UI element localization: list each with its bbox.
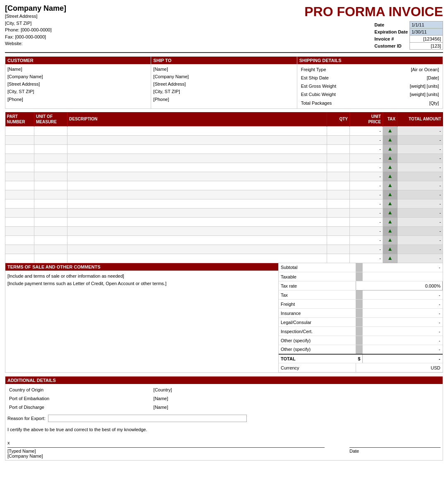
unit-cell [34, 235, 67, 245]
gross-weight-value: [weight] [units] [376, 82, 441, 90]
tax-checkbox-icon[interactable] [385, 192, 395, 197]
insurance-label: Insurance [279, 309, 356, 318]
origin-value: [Country] [152, 386, 224, 394]
additional-table: Country of Origin [Country] Port of Emba… [7, 386, 224, 411]
svg-marker-4 [388, 166, 392, 169]
total-cell: - [397, 181, 443, 190]
qty-cell [327, 245, 350, 254]
tax-icon-cell [383, 190, 397, 199]
tax-checkbox-icon[interactable] [385, 256, 395, 260]
sig-date-line [349, 440, 441, 448]
part-cell [5, 154, 34, 163]
table-row: -- [5, 172, 443, 181]
sig-typed-name: [Typed Name] [7, 449, 325, 454]
total-dollar: $ [356, 354, 363, 363]
desc-cell [67, 254, 327, 263]
tax-rate-value[interactable]: 0.000% [356, 281, 442, 290]
freight-value: - [363, 300, 443, 309]
price-cell: - [350, 254, 383, 263]
part-cell [5, 126, 34, 135]
tax-checkbox-icon[interactable] [385, 211, 395, 215]
page-header: [Company Name] [Street Address] [City, S… [5, 4, 443, 53]
sig-x: x [7, 440, 325, 448]
total-cell: - [397, 217, 443, 226]
currency-value: USD [356, 363, 442, 372]
total-cell: - [397, 154, 443, 163]
freight-total-label: Freight [279, 300, 356, 309]
table-row: -- [5, 217, 443, 226]
customer-street: [Street Address] [7, 80, 149, 88]
price-cell: - [350, 163, 383, 172]
tax-marker [356, 290, 363, 300]
table-row: -- [5, 144, 443, 154]
items-table: PARTNUMBER UNIT OFMEASURE DESCRIPTION QT… [5, 112, 443, 263]
tax-checkbox-icon[interactable] [385, 238, 395, 242]
customer-section: CUSTOMER [Name] [Company Name] [Street A… [5, 57, 151, 108]
tax-checkbox-icon[interactable] [385, 220, 395, 224]
part-cell [5, 217, 34, 226]
svg-marker-11 [388, 229, 392, 233]
insurance-value: - [363, 309, 443, 318]
table-row: -- [5, 208, 443, 217]
desc-cell [67, 154, 327, 163]
total-cell: - [397, 135, 443, 144]
customer-id-value: [123] [410, 43, 443, 50]
table-row: -- [5, 181, 443, 190]
qty-cell [327, 208, 350, 217]
tax-checkbox-icon[interactable] [385, 147, 395, 151]
unit-cell [34, 126, 67, 135]
tax-icon-cell [383, 144, 397, 154]
other1-value: - [363, 336, 443, 345]
ship-date-label: Est Ship Date [299, 74, 376, 82]
cubic-weight-label: Est Cubic Weight [299, 90, 376, 98]
tax-rate-label: Tax rate [279, 281, 356, 290]
unit-cell [34, 163, 67, 172]
svg-marker-2 [388, 147, 392, 151]
tax-checkbox-icon[interactable] [385, 156, 395, 160]
total-label: TOTAL [279, 354, 356, 363]
total-cell: - [397, 163, 443, 172]
unit-cell [34, 245, 67, 254]
total-cell: - [397, 172, 443, 181]
part-cell [5, 226, 34, 235]
price-cell: - [350, 181, 383, 190]
reason-input[interactable] [48, 415, 247, 422]
price-cell: - [350, 226, 383, 235]
tax-checkbox-icon[interactable] [385, 129, 395, 133]
tax-checkbox-icon[interactable] [385, 165, 395, 169]
other2-marker [356, 345, 363, 354]
sig-date-label: Date [349, 449, 441, 454]
tax-checkbox-icon[interactable] [385, 229, 395, 233]
packages-label: Total Packages [299, 99, 376, 107]
qty-cell [327, 126, 350, 135]
subtotal-marker [356, 263, 363, 272]
taxable-value [363, 272, 443, 281]
embarkation-value: [Name] [152, 394, 224, 403]
freight-value: [Air or Ocean] [376, 65, 441, 74]
tax-checkbox-icon[interactable] [385, 247, 395, 251]
tax-checkbox-icon[interactable] [385, 174, 395, 178]
freight-label: Freight Type [299, 65, 376, 74]
tax-label: Tax [279, 290, 356, 300]
taxable-marker [356, 272, 363, 281]
additional-header: ADDITIONAL DETAILS [5, 377, 443, 384]
shipping-details-header: SHIPPING DETAILS [297, 57, 443, 64]
company-name: [Company Name] [5, 4, 66, 13]
tax-icon-cell [383, 208, 397, 217]
svg-marker-0 [388, 129, 392, 132]
tax-checkbox-icon[interactable] [385, 202, 395, 206]
unit-cell [34, 154, 67, 163]
price-cell: - [350, 199, 383, 208]
freight-marker [356, 300, 363, 309]
desc-cell [67, 172, 327, 181]
shipping-details-content: Freight Type [Air or Ocean] Est Ship Dat… [297, 64, 443, 108]
additional-section: ADDITIONAL DETAILS Country of Origin [Co… [5, 376, 443, 461]
price-cell: - [350, 154, 383, 163]
insurance-marker [356, 309, 363, 318]
desc-cell [67, 217, 327, 226]
tax-icon-cell [383, 172, 397, 181]
tax-checkbox-icon[interactable] [385, 183, 395, 187]
sig-block-date: Date [349, 440, 441, 458]
tax-checkbox-icon[interactable] [385, 138, 395, 142]
total-cell: - [397, 190, 443, 199]
